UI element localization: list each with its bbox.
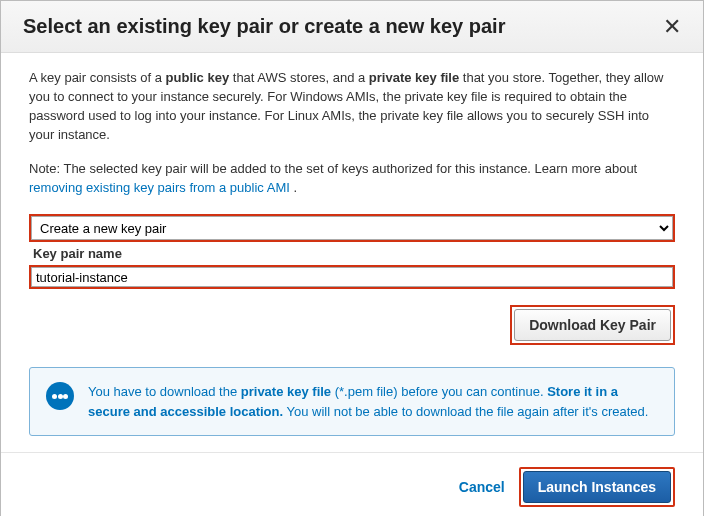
info-text-c: (*.pem file) before you can continue. [331, 384, 547, 399]
info-text-e: You will not be able to download the fil… [283, 404, 648, 419]
info-icon [46, 382, 74, 410]
keypair-name-input[interactable] [31, 267, 673, 287]
info-text-a: You have to download the [88, 384, 241, 399]
info-private-key-file: private key file [241, 384, 331, 399]
remove-keypairs-link[interactable]: removing existing key pairs from a publi… [29, 180, 290, 195]
intro-private-key-file: private key file [369, 70, 459, 85]
close-icon[interactable]: ✕ [663, 16, 681, 38]
keypair-name-highlight [29, 265, 675, 289]
info-box: You have to download the private key fil… [29, 367, 675, 436]
modal-header: Select an existing key pair or create a … [1, 1, 703, 53]
intro-public-key: public key [166, 70, 230, 85]
keypair-modal: Select an existing key pair or create a … [0, 0, 704, 516]
keypair-name-label: Key pair name [29, 242, 675, 263]
note-paragraph: Note: The selected key pair will be adde… [29, 160, 675, 198]
download-keypair-highlight: Download Key Pair [510, 305, 675, 345]
modal-body: A key pair consists of a public key that… [1, 53, 703, 452]
keypair-action-select-highlight: Create a new key pair [29, 214, 675, 242]
intro-paragraph: A key pair consists of a public key that… [29, 69, 675, 144]
intro-text-a: A key pair consists of a [29, 70, 166, 85]
download-keypair-button[interactable]: Download Key Pair [514, 309, 671, 341]
launch-button-highlight: Launch Instances [519, 467, 675, 507]
download-row: Download Key Pair [29, 303, 675, 345]
cancel-button[interactable]: Cancel [459, 479, 505, 495]
intro-text-c: that AWS stores, and a [229, 70, 369, 85]
modal-title: Select an existing key pair or create a … [23, 15, 505, 38]
note-text: Note: The selected key pair will be adde… [29, 161, 637, 176]
modal-footer: Cancel Launch Instances [1, 452, 703, 516]
note-period: . [290, 180, 297, 195]
keypair-action-select[interactable]: Create a new key pair [31, 216, 673, 240]
launch-instances-button[interactable]: Launch Instances [523, 471, 671, 503]
